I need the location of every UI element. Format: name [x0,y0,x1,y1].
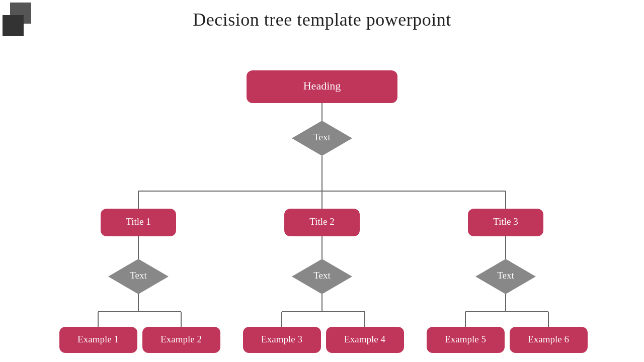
example-3-label: Example 3 [261,334,302,344]
right-diamond-label: Text [497,270,514,281]
top-diamond-label: Text [313,132,331,142]
decorative-squares [0,0,38,45]
heading-label: Heading [303,79,341,92]
example-4-label: Example 4 [344,334,385,344]
page-title: Decision tree template powerpoint [0,0,644,30]
example-1-label: Example 1 [77,334,119,344]
decision-tree-diagram: Heading Text Title 1 Title 2 Title 3 Tex… [0,43,644,362]
example-2-label: Example 2 [160,334,202,344]
example-5-label: Example 5 [445,334,486,344]
example-6-label: Example 6 [528,334,569,344]
title-1-label: Title 1 [126,216,150,227]
title-3-label: Title 3 [493,216,518,227]
left-diamond-label: Text [130,270,147,281]
title-2-label: Title 2 [309,216,334,227]
center-diamond-label: Text [313,270,331,281]
